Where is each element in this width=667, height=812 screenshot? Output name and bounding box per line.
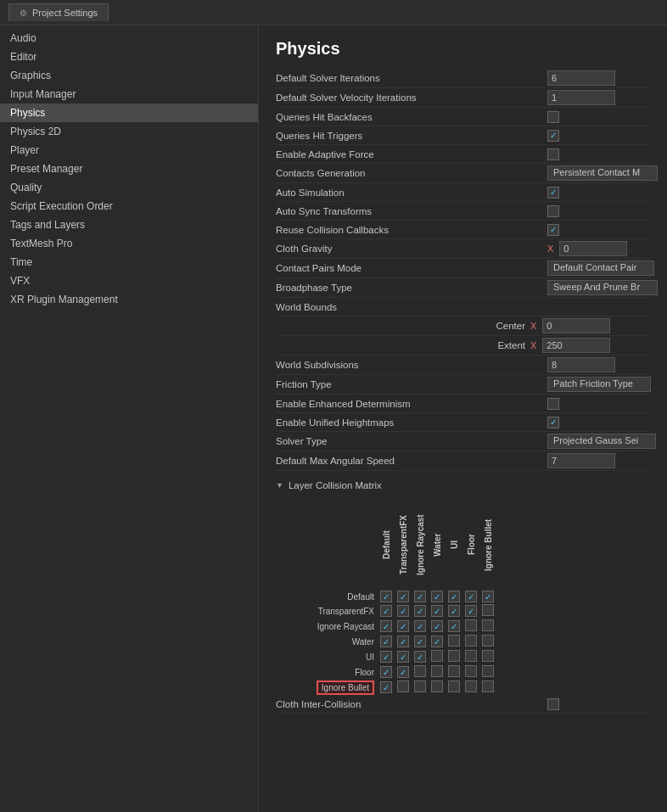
sidebar-item-quality[interactable]: Quality: [0, 178, 258, 197]
matrix-cell-1-3[interactable]: [429, 603, 446, 619]
number-input-cloth-gravity[interactable]: [559, 241, 627, 256]
matrix-checkbox-1-1[interactable]: [397, 605, 409, 617]
matrix-cell-4-0[interactable]: [378, 649, 395, 664]
sidebar-item-physics-2d[interactable]: Physics 2D: [0, 122, 258, 141]
matrix-checkbox-2-3[interactable]: [431, 620, 443, 632]
checkbox-queries-hit-triggers[interactable]: [547, 130, 559, 142]
matrix-checkbox-4-3[interactable]: [431, 650, 443, 662]
matrix-cell-5-2[interactable]: [412, 664, 429, 680]
matrix-checkbox-3-5[interactable]: [465, 635, 477, 647]
matrix-checkbox-6-2[interactable]: [414, 680, 426, 692]
matrix-cell-4-2[interactable]: [412, 649, 429, 664]
matrix-cell-2-0[interactable]: [378, 619, 395, 634]
matrix-checkbox-2-2[interactable]: [414, 620, 426, 632]
matrix-cell-0-4[interactable]: [446, 590, 462, 603]
matrix-checkbox-5-0[interactable]: [380, 666, 392, 678]
sidebar-item-vfx[interactable]: VFX: [0, 272, 258, 290]
matrix-checkbox-2-0[interactable]: [380, 620, 392, 632]
matrix-cell-5-1[interactable]: [395, 664, 412, 680]
matrix-cell-3-2[interactable]: [412, 634, 429, 649]
matrix-checkbox-6-3[interactable]: [431, 680, 443, 692]
matrix-cell-0-5[interactable]: [462, 590, 479, 603]
checkbox-queries-hit-backfaces[interactable]: [547, 111, 559, 123]
matrix-cell-2-2[interactable]: [412, 619, 429, 634]
matrix-checkbox-0-5[interactable]: [465, 591, 477, 602]
matrix-checkbox-3-3[interactable]: [431, 636, 443, 647]
sidebar-item-preset-manager[interactable]: Preset Manager: [0, 160, 258, 178]
matrix-cell-0-6[interactable]: [479, 590, 496, 603]
matrix-cell-6-4[interactable]: [446, 680, 462, 695]
dropdown-solver-type[interactable]: Projected Gauss Sei: [547, 434, 656, 449]
matrix-checkbox-6-6[interactable]: [482, 680, 494, 692]
matrix-cell-1-6[interactable]: [479, 603, 496, 619]
matrix-cell-6-5[interactable]: [462, 680, 479, 695]
title-bar-tab[interactable]: ⚙ Project Settings: [8, 3, 109, 21]
sidebar-item-input-manager[interactable]: Input Manager: [0, 85, 258, 104]
matrix-checkbox-6-1[interactable]: [397, 680, 409, 692]
checkbox-auto-sync-transforms[interactable]: [547, 205, 559, 217]
matrix-cell-1-0[interactable]: [378, 603, 395, 619]
matrix-checkbox-6-5[interactable]: [465, 680, 477, 692]
matrix-cell-4-6[interactable]: [479, 649, 496, 664]
matrix-checkbox-5-5[interactable]: [465, 665, 477, 677]
checkbox-reuse-collision-callbacks[interactable]: [547, 224, 559, 236]
matrix-checkbox-5-2[interactable]: [414, 665, 426, 677]
matrix-cell-3-3[interactable]: [429, 634, 446, 649]
layer-matrix-header[interactable]: ▼ Layer Collision Matrix: [276, 478, 650, 493]
matrix-cell-5-4[interactable]: [446, 664, 462, 680]
matrix-cell-1-5[interactable]: [462, 603, 479, 619]
number-input-world-bounds-extent[interactable]: [542, 338, 610, 353]
matrix-cell-5-5[interactable]: [462, 664, 479, 680]
matrix-cell-6-6[interactable]: [479, 680, 496, 695]
matrix-cell-5-3[interactable]: [429, 664, 446, 680]
checkbox-enable-unified-heightmaps[interactable]: [547, 417, 559, 428]
matrix-checkbox-0-6[interactable]: [482, 591, 494, 602]
cloth-inter-collision-checkbox[interactable]: [547, 698, 559, 710]
matrix-cell-2-6[interactable]: [479, 619, 496, 634]
sidebar-item-audio[interactable]: Audio: [0, 29, 258, 48]
matrix-checkbox-3-4[interactable]: [448, 635, 460, 647]
matrix-cell-6-2[interactable]: [412, 680, 429, 695]
matrix-checkbox-4-0[interactable]: [380, 651, 392, 663]
matrix-checkbox-3-0[interactable]: [380, 636, 392, 647]
matrix-checkbox-0-4[interactable]: [448, 591, 460, 602]
matrix-cell-2-3[interactable]: [429, 619, 446, 634]
matrix-cell-5-0[interactable]: [378, 664, 395, 680]
matrix-cell-2-5[interactable]: [462, 619, 479, 634]
matrix-cell-5-6[interactable]: [479, 664, 496, 680]
matrix-checkbox-2-4[interactable]: [448, 620, 460, 632]
matrix-checkbox-6-4[interactable]: [448, 680, 460, 692]
matrix-cell-6-3[interactable]: [429, 680, 446, 695]
matrix-checkbox-1-2[interactable]: [414, 605, 426, 617]
matrix-cell-3-4[interactable]: [446, 634, 462, 649]
matrix-checkbox-2-5[interactable]: [465, 619, 477, 631]
dropdown-contact-pairs-mode[interactable]: Default Contact Pair: [547, 260, 654, 276]
matrix-cell-3-5[interactable]: [462, 634, 479, 649]
matrix-cell-1-2[interactable]: [412, 603, 429, 619]
matrix-checkbox-2-6[interactable]: [482, 619, 494, 631]
matrix-checkbox-1-5[interactable]: [465, 605, 477, 617]
dropdown-broadphase-type[interactable]: Sweep And Prune Br: [547, 280, 658, 295]
number-input-default-solver-iterations[interactable]: [547, 70, 615, 86]
matrix-cell-6-1[interactable]: [395, 680, 412, 695]
matrix-checkbox-1-4[interactable]: [448, 605, 460, 617]
matrix-checkbox-4-2[interactable]: [414, 651, 426, 663]
matrix-cell-1-4[interactable]: [446, 603, 462, 619]
matrix-cell-4-4[interactable]: [446, 649, 462, 664]
matrix-checkbox-3-6[interactable]: [482, 635, 494, 647]
matrix-cell-0-2[interactable]: [412, 590, 429, 603]
number-input-default-max-angular-speed[interactable]: [547, 453, 615, 468]
matrix-checkbox-2-1[interactable]: [397, 620, 409, 632]
matrix-checkbox-5-3[interactable]: [431, 665, 443, 677]
matrix-checkbox-6-0[interactable]: [380, 681, 392, 693]
number-input-default-solver-velocity-iterations[interactable]: [547, 90, 615, 105]
matrix-checkbox-4-4[interactable]: [448, 650, 460, 662]
matrix-checkbox-0-0[interactable]: [380, 591, 392, 602]
matrix-cell-2-1[interactable]: [395, 619, 412, 634]
dropdown-contacts-generation[interactable]: Persistent Contact M: [547, 165, 658, 181]
matrix-checkbox-3-2[interactable]: [414, 636, 426, 647]
sidebar-item-script-execution-order[interactable]: Script Execution Order: [0, 197, 258, 216]
matrix-cell-0-0[interactable]: [378, 590, 395, 603]
matrix-cell-4-1[interactable]: [395, 649, 412, 664]
matrix-cell-3-1[interactable]: [395, 634, 412, 649]
